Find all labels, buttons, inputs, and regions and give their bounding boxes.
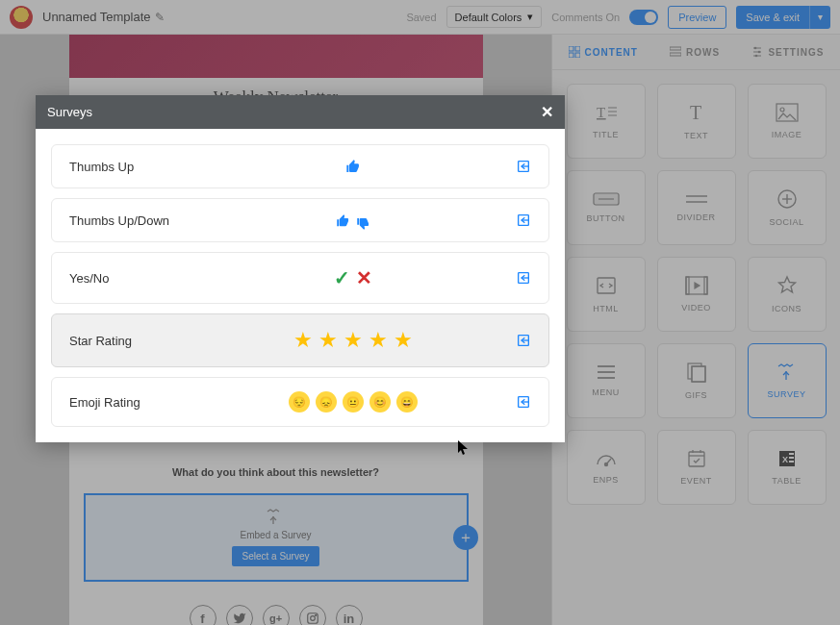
star-icon: ★ [344, 328, 363, 353]
survey-option-label: Emoji Rating [69, 395, 214, 410]
emoji-icon: 😞 [316, 391, 337, 412]
star-icon: ★ [369, 328, 388, 353]
survey-option-preview: 😔😞😐😊😄 [214, 391, 493, 412]
emoji-icon: 😊 [369, 391, 391, 412]
survey-option-stars[interactable]: Star Rating★★★★★ [51, 313, 549, 367]
survey-option-preview [214, 159, 493, 174]
star-icon: ★ [318, 328, 338, 353]
survey-option-preview: ★★★★★ [214, 328, 493, 353]
survey-option-label: Yes/No [69, 271, 214, 286]
survey-option-preview [214, 213, 493, 228]
insert-icon[interactable] [516, 270, 531, 286]
emoji-icon: 😄 [396, 391, 418, 412]
modal-body: Thumbs UpThumbs Up/DownYes/No✓✕Star Rati… [36, 129, 565, 442]
surveys-modal: Surveys ✕ Thumbs UpThumbs Up/DownYes/No✓… [36, 95, 565, 442]
modal-close-icon[interactable]: ✕ [541, 103, 553, 121]
check-icon: ✓ [334, 266, 350, 289]
survey-option-label: Thumbs Up/Down [69, 213, 214, 228]
survey-option-yesno[interactable]: Yes/No✓✕ [51, 252, 549, 304]
survey-option-thumbs-updown[interactable]: Thumbs Up/Down [51, 198, 549, 242]
emoji-icon: 😔 [289, 391, 310, 412]
survey-option-thumbs-up[interactable]: Thumbs Up [51, 144, 549, 188]
x-icon: ✕ [356, 266, 372, 289]
star-icon: ★ [293, 328, 313, 353]
insert-icon[interactable] [516, 159, 531, 174]
survey-option-label: Thumbs Up [69, 160, 214, 174]
emoji-icon: 😐 [343, 391, 364, 412]
thumbs-down-icon [356, 216, 370, 231]
insert-icon[interactable] [516, 333, 531, 348]
survey-option-label: Star Rating [69, 334, 214, 348]
insert-icon[interactable] [516, 212, 531, 228]
thumbs-up-icon [336, 213, 350, 228]
survey-option-emoji[interactable]: Emoji Rating😔😞😐😊😄 [51, 377, 549, 427]
modal-header: Surveys ✕ [36, 95, 565, 129]
thumbs-up-icon [345, 159, 361, 174]
insert-icon[interactable] [516, 394, 531, 410]
star-icon: ★ [394, 328, 413, 353]
survey-option-preview: ✓✕ [214, 266, 493, 289]
modal-title: Surveys [47, 105, 92, 119]
